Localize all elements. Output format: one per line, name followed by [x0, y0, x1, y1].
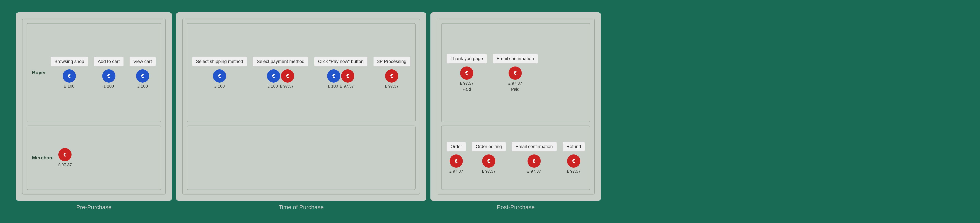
- order-button[interactable]: Order: [447, 142, 466, 152]
- pre-purchase-section: Buyer Browsing shop € £ 100 Add to cart: [16, 12, 172, 210]
- thankyou-button[interactable]: Thank you page: [447, 54, 487, 64]
- order-editing-icon-item: € £ 97.37: [482, 154, 496, 174]
- step-order: Order € £ 97.37: [447, 142, 466, 174]
- blue-icon-3: €: [136, 69, 149, 83]
- email-confirm-merchant-amount: £ 97.37: [527, 169, 541, 174]
- blue-icon-pay: €: [267, 69, 280, 83]
- processing-button[interactable]: 3P Processing: [373, 56, 410, 66]
- thankyou-amount: £ 97.37: [460, 81, 474, 86]
- browsing-amount: £ 100: [64, 84, 75, 88]
- step-view-cart: View cart € £ 100: [129, 56, 156, 88]
- add-cart-amount: £ 100: [103, 84, 114, 88]
- step-shipping: Select shipping method € £ 100: [192, 56, 247, 88]
- view-cart-icon-item: € £ 100: [136, 69, 149, 88]
- time-purchase-section: Select shipping method € £ 100 Select pa…: [176, 12, 426, 210]
- select-payment-button[interactable]: Select payment method: [253, 56, 308, 66]
- order-editing-amount: £ 97.37: [482, 169, 496, 174]
- red-icon-ref: €: [567, 154, 580, 168]
- view-cart-amount: £ 100: [137, 84, 148, 88]
- refund-button[interactable]: Refund: [563, 142, 585, 152]
- step-paynow: Click "Pay now" button € € £ 100 £ 97.37: [314, 56, 368, 88]
- step-email-confirm-merchant: Email confirmation € £ 97.37: [512, 142, 557, 174]
- order-editing-button[interactable]: Order editing: [472, 142, 506, 152]
- blue-icon-ship: €: [213, 69, 226, 83]
- view-cart-button[interactable]: View cart: [129, 56, 156, 66]
- pre-purchase-label: Pre-Purchase: [16, 204, 172, 210]
- refund-icon-item: € £ 97.37: [567, 154, 581, 174]
- step-thankyou: Thank you page € £ 97.37 Paid: [447, 54, 487, 91]
- payment-icon-item: € € £ 100 £ 97.37: [267, 69, 294, 88]
- email-confirm-merchant-button[interactable]: Email confirmation: [512, 142, 557, 152]
- red-icon-pay: €: [281, 69, 294, 83]
- browsing-shop-button[interactable]: Browsing shop: [51, 56, 88, 66]
- blue-icon-2: €: [102, 69, 115, 83]
- payment-amount-red: £ 97.37: [280, 84, 294, 88]
- paynow-amount-blue: £ 100: [328, 84, 338, 88]
- processing-icon-item: € £ 97.37: [385, 69, 399, 88]
- email-confirm-buyer-button[interactable]: Email confirmation: [493, 54, 538, 64]
- click-paynow-button[interactable]: Click "Pay now" button: [314, 56, 368, 66]
- pre-purchase-panel: Buyer Browsing shop € £ 100 Add to cart: [16, 12, 172, 201]
- red-icon-oe: €: [482, 154, 495, 168]
- browsing-icon-item: € £ 100: [63, 69, 76, 88]
- refund-amount: £ 97.37: [567, 169, 581, 174]
- red-icon-ty: €: [460, 66, 473, 80]
- payment-amount-blue: £ 100: [267, 84, 278, 88]
- thankyou-icon-item: € £ 97.37 Paid: [460, 66, 474, 91]
- email-confirm-buyer-amount: £ 97.37: [508, 81, 522, 86]
- step-refund: Refund € £ 97.37: [563, 142, 585, 174]
- merchant-pre-amount: £ 97.37: [58, 162, 72, 167]
- paynow-icon-item: € € £ 100 £ 97.37: [327, 69, 354, 88]
- step-email-confirm-buyer: Email confirmation € £ 97.37 Paid: [493, 54, 538, 91]
- blue-icon-now: €: [327, 69, 340, 83]
- order-icon-item: € £ 97.37: [449, 154, 463, 174]
- red-icon-ec: €: [509, 66, 522, 80]
- order-amount: £ 97.37: [449, 169, 463, 174]
- post-purchase-label: Post-Purchase: [430, 204, 601, 210]
- select-shipping-button[interactable]: Select shipping method: [192, 56, 247, 66]
- post-purchase-section: Thank you page € £ 97.37 Paid Email conf…: [430, 12, 601, 210]
- post-purchase-panel: Thank you page € £ 97.37 Paid Email conf…: [430, 12, 601, 201]
- step-add-cart: Add to cart € £ 100: [94, 56, 124, 88]
- time-purchase-panel: Select shipping method € £ 100 Select pa…: [176, 12, 426, 201]
- step-order-editing: Order editing € £ 97.37: [472, 142, 506, 174]
- red-icon-merchant: €: [58, 148, 72, 161]
- red-icon-ecm: €: [528, 154, 541, 168]
- processing-amount: £ 97.37: [385, 84, 399, 88]
- buyer-label: Buyer: [32, 70, 46, 75]
- email-confirm-buyer-icon: € £ 97.37 Paid: [508, 66, 522, 91]
- merchant-pre-icon: € £ 97.37: [58, 148, 72, 167]
- paynow-amount-red: £ 97.37: [340, 84, 354, 88]
- shipping-amount: £ 100: [215, 84, 225, 88]
- merchant-label: Merchant: [32, 155, 54, 160]
- blue-icon: €: [63, 69, 76, 83]
- add-to-cart-button[interactable]: Add to cart: [94, 56, 124, 66]
- step-browsing: Browsing shop € £ 100: [51, 56, 88, 88]
- thankyou-paid: Paid: [463, 87, 471, 91]
- email-confirm-merchant-icon: € £ 97.37: [527, 154, 541, 174]
- email-confirm-buyer-paid: Paid: [511, 87, 519, 91]
- step-3p: 3P Processing € £ 97.37: [373, 56, 410, 88]
- red-icon-now: €: [341, 69, 354, 83]
- main-container: Buyer Browsing shop € £ 100 Add to cart: [16, 12, 964, 210]
- red-icon-proc: €: [385, 69, 398, 83]
- add-cart-icon-item: € £ 100: [102, 69, 115, 88]
- red-icon-ord: €: [450, 154, 463, 168]
- step-payment: Select payment method € € £ 100 £ 97.37: [253, 56, 308, 88]
- time-purchase-label: Time of Purchase: [176, 204, 426, 210]
- shipping-icon-item: € £ 100: [213, 69, 226, 88]
